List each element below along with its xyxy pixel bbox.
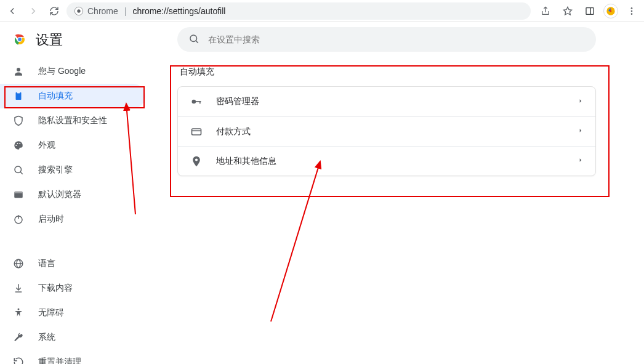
panel-icon[interactable] xyxy=(581,2,598,20)
svg-line-32 xyxy=(196,41,198,43)
autofill-card: 密码管理器 付款方式 地址和其他信息 xyxy=(177,86,596,176)
row-label: 付款方式 xyxy=(216,126,565,137)
sidebar-item-autofill[interactable]: 自动填充 xyxy=(0,84,145,108)
accessibility-icon xyxy=(12,307,25,318)
chevron-right-icon xyxy=(578,127,583,136)
person-icon xyxy=(12,66,25,77)
search-icon xyxy=(188,33,199,46)
svg-point-31 xyxy=(190,35,197,42)
sidebar-item-privacy[interactable]: 隐私设置和安全性 xyxy=(0,108,145,133)
chevron-right-icon xyxy=(578,156,583,166)
svg-line-20 xyxy=(20,172,23,174)
sidebar-item-label: 您与 Google xyxy=(38,66,86,77)
svg-point-33 xyxy=(192,100,196,104)
sidebar-item-label: 系统 xyxy=(38,332,55,343)
sidebar-item-reset[interactable]: 重置并清理 xyxy=(0,350,145,364)
sidebar-item-downloads[interactable]: 下载内容 xyxy=(0,276,145,301)
omnibox[interactable]: Chrome | chrome://settings/autofill xyxy=(66,2,531,20)
clipboard-icon xyxy=(12,91,25,102)
wrench-icon xyxy=(12,332,25,343)
back-button[interactable] xyxy=(4,2,21,20)
sidebar-item-on-startup[interactable]: 启动时 xyxy=(0,207,145,232)
sidebar-item-you-and-google[interactable]: 您与 Google xyxy=(0,59,145,84)
sidebar-item-accessibility[interactable]: 无障碍 xyxy=(0,301,145,325)
omnibox-url: chrome://settings/autofill xyxy=(132,6,225,16)
sidebar-item-label: 隐私设置和安全性 xyxy=(38,115,107,126)
svg-marker-36 xyxy=(580,99,582,102)
sidebar-item-system[interactable]: 系统 xyxy=(0,325,145,350)
chrome-logo-icon: Chrome xyxy=(74,6,118,16)
share-icon[interactable] xyxy=(537,2,554,20)
sidebar-item-label: 下载内容 xyxy=(38,283,73,294)
omnibox-product-label: Chrome xyxy=(87,6,118,16)
shield-icon xyxy=(12,115,25,126)
sidebar-item-default-browser[interactable]: 默认浏览器 xyxy=(0,182,145,207)
svg-rect-14 xyxy=(16,92,22,100)
svg-marker-41 xyxy=(580,158,582,161)
svg-point-16 xyxy=(15,145,17,146)
sidebar-item-label: 默认浏览器 xyxy=(38,189,81,200)
svg-marker-39 xyxy=(580,129,582,132)
sidebar-item-label: 外观 xyxy=(38,140,55,151)
credit-card-icon xyxy=(190,126,203,138)
main-content: 自动填充 密码管理器 付款方式 地址和其他信息 xyxy=(158,22,644,364)
settings-search-input[interactable] xyxy=(208,34,585,44)
svg-point-13 xyxy=(17,68,20,71)
svg-point-7 xyxy=(631,7,633,9)
reload-button[interactable] xyxy=(46,2,63,20)
row-payment-methods[interactable]: 付款方式 xyxy=(178,116,595,146)
search-icon xyxy=(12,164,25,176)
section-title: 自动填充 xyxy=(177,52,624,86)
row-label: 密码管理器 xyxy=(216,96,565,107)
svg-point-8 xyxy=(631,10,633,12)
location-icon xyxy=(190,155,203,168)
sidebar-item-languages[interactable]: 语言 xyxy=(0,251,145,276)
row-password-manager[interactable]: 密码管理器 xyxy=(178,87,595,116)
key-icon xyxy=(190,95,203,108)
row-label: 地址和其他信息 xyxy=(216,156,565,167)
svg-point-9 xyxy=(631,13,633,15)
sidebar-item-label: 搜索引擎 xyxy=(38,164,73,176)
download-icon xyxy=(12,283,25,294)
svg-rect-4 xyxy=(586,7,594,14)
globe-icon xyxy=(12,258,25,269)
svg-point-18 xyxy=(19,143,20,144)
sidebar-group-advanced: 语言 下载内容 无障碍 系统 重置并清理 xyxy=(0,251,158,364)
settings-sidebar: 设置 您与 Google 自动填充 隐私设置和安全性 外观 搜索引擎 xyxy=(0,22,158,364)
omnibox-separator: | xyxy=(124,6,127,16)
sidebar-item-label: 重置并清理 xyxy=(38,357,81,364)
svg-point-30 xyxy=(18,309,20,310)
svg-marker-3 xyxy=(563,7,571,15)
restore-icon xyxy=(12,357,25,364)
palette-icon xyxy=(12,140,25,151)
svg-rect-15 xyxy=(17,92,20,94)
page-title: 设置 xyxy=(36,31,63,49)
svg-rect-35 xyxy=(199,101,201,103)
sidebar-item-label: 无障碍 xyxy=(38,307,64,318)
power-icon xyxy=(12,214,25,225)
svg-point-1 xyxy=(77,9,80,12)
sidebar-item-label: 启动时 xyxy=(38,214,64,225)
svg-point-17 xyxy=(17,143,18,144)
sidebar-item-search-engine[interactable]: 搜索引擎 xyxy=(0,158,145,182)
sidebar-item-appearance[interactable]: 外观 xyxy=(0,133,145,158)
settings-search[interactable] xyxy=(177,27,596,52)
browser-toolbar: Chrome | chrome://settings/autofill xyxy=(0,0,644,22)
kebab-menu-icon[interactable] xyxy=(623,2,640,20)
svg-rect-37 xyxy=(192,129,201,135)
profile-avatar[interactable] xyxy=(603,4,618,18)
sidebar-item-label: 自动填充 xyxy=(38,91,73,102)
bookmark-star-icon[interactable] xyxy=(559,2,576,20)
browser-icon xyxy=(12,189,25,200)
sidebar-group-main: 您与 Google 自动填充 隐私设置和安全性 外观 搜索引擎 默认浏览器 xyxy=(0,59,158,237)
svg-point-19 xyxy=(15,166,22,173)
chevron-right-icon xyxy=(578,97,583,107)
chrome-color-logo-icon xyxy=(12,32,27,49)
svg-point-40 xyxy=(195,158,198,161)
sidebar-item-label: 语言 xyxy=(38,258,55,269)
svg-rect-22 xyxy=(14,192,23,193)
row-addresses[interactable]: 地址和其他信息 xyxy=(178,146,595,176)
forward-button[interactable] xyxy=(25,2,42,20)
